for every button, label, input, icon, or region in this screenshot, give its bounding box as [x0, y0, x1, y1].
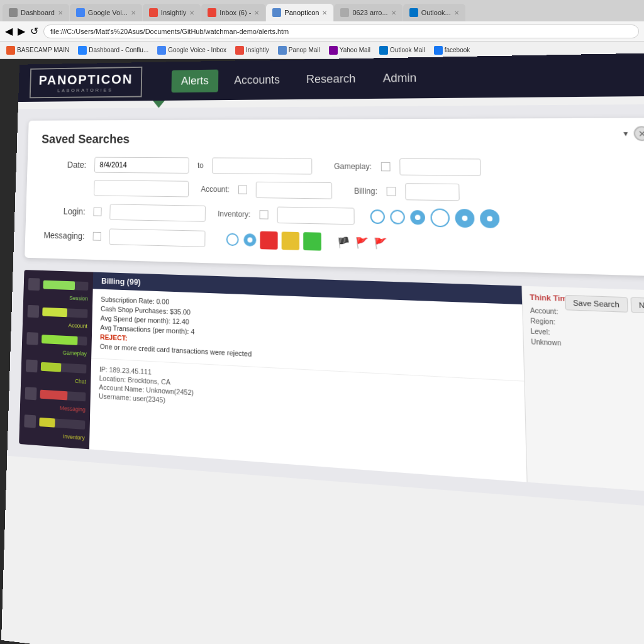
- account-input-blank[interactable]: [94, 180, 189, 197]
- bookmark-label-facebook: facebook: [445, 47, 470, 53]
- login-input[interactable]: [109, 204, 206, 221]
- badge-green[interactable]: [303, 232, 321, 251]
- tab-outlook[interactable]: Outlook... ✕: [403, 4, 465, 21]
- bookmark-yahoo[interactable]: Yahoo Mail: [326, 45, 373, 56]
- billing-input[interactable]: [405, 183, 460, 201]
- panel-arrow-icon[interactable]: ▾: [623, 129, 628, 138]
- tab-dashboard[interactable]: Dashboard ✕: [3, 4, 69, 21]
- badge-red[interactable]: [260, 231, 277, 250]
- radio-option-3[interactable]: [410, 210, 425, 225]
- tab-panopticon[interactable]: Panopticon ✕: [266, 4, 333, 21]
- radio-option-4[interactable]: [430, 208, 450, 227]
- panel-close-button[interactable]: ✕: [633, 126, 644, 141]
- logo-box: PANOPTICON LABORATORIES: [30, 66, 143, 97]
- radio-option-1[interactable]: [370, 209, 384, 224]
- tab-inbox[interactable]: Inbox (6) - ✕: [201, 4, 265, 21]
- bookmark-confluence[interactable]: Dashboard - Conflu...: [75, 45, 151, 56]
- bookmark-panop-mail[interactable]: Panop Mail: [275, 45, 323, 56]
- date-to-input[interactable]: [212, 157, 312, 174]
- badge-yellow[interactable]: [282, 231, 299, 250]
- flag-grey[interactable]: 🏴: [337, 236, 350, 248]
- tab-insightly[interactable]: Insightly ✕: [143, 4, 201, 21]
- tab-close-outlook[interactable]: ✕: [454, 9, 459, 16]
- bookmark-outlook[interactable]: Outlook Mail: [377, 45, 428, 56]
- messaging-checkbox[interactable]: [93, 232, 101, 241]
- bookmark-label-google-voice: Google Voice - Inbox: [168, 47, 226, 53]
- tab-close-insightly[interactable]: ✕: [189, 9, 194, 16]
- search-panel: ▾ ✕ Saved Searches Date: to Gameplay:: [25, 118, 644, 276]
- gameplay-checkbox[interactable]: [381, 162, 391, 172]
- save-search-button[interactable]: Save Search: [565, 295, 628, 313]
- radio-option-6[interactable]: [480, 209, 500, 228]
- bookmark-icon-panop-mail: [278, 46, 287, 55]
- app-container: PANOPTICON LABORATORIES Alerts Accounts …: [1, 53, 644, 644]
- tab-label-panopticon: Panopticon: [284, 9, 319, 16]
- address-input[interactable]: [43, 25, 639, 38]
- inventory-checkbox[interactable]: [259, 210, 268, 219]
- inventory-input[interactable]: [277, 207, 354, 225]
- logo-sub: LABORATORIES: [57, 87, 113, 93]
- flag-red[interactable]: 🚩: [374, 236, 387, 249]
- forward-button[interactable]: ▶: [18, 25, 25, 37]
- address-bar-row: ◀ ▶ ↺: [0, 21, 644, 42]
- tab-close-panopticon[interactable]: ✕: [322, 9, 327, 16]
- chat-bar: [41, 362, 62, 372]
- messaging-input[interactable]: [109, 228, 205, 247]
- radio-option-5[interactable]: [455, 209, 474, 228]
- right-info-panel: Think Time Account: Region: Level: Unkno…: [521, 286, 644, 494]
- bookmark-icon-insightly: [235, 46, 244, 55]
- info-row-3: Unknown: [531, 338, 644, 352]
- chat-bar-container: [41, 362, 87, 374]
- bookmark-facebook[interactable]: facebook: [431, 45, 473, 56]
- bookmark-basecamp[interactable]: BASECAMP MAIN: [4, 45, 72, 56]
- flag-green[interactable]: 🚩: [355, 236, 369, 249]
- nav-accounts[interactable]: Accounts: [225, 68, 290, 92]
- to-label: to: [197, 161, 204, 170]
- bookmark-label-confluence: Dashboard - Conflu...: [89, 47, 148, 53]
- panel-title: Saved Searches: [42, 131, 644, 147]
- reload-button[interactable]: ↺: [30, 25, 38, 37]
- sidebar-item-session[interactable]: [23, 275, 93, 296]
- tab-label-google-voice: Google Voi...: [88, 9, 128, 16]
- tab-label-outlook: Outlook...: [421, 9, 451, 16]
- nav-alerts[interactable]: Alerts: [172, 69, 219, 92]
- bookmark-insightly[interactable]: Insightly: [233, 45, 272, 56]
- tab-label-0623: 0623 arro...: [352, 9, 387, 16]
- sidebar-icon-messaging: [25, 387, 37, 400]
- name-button[interactable]: Name: [630, 297, 644, 314]
- login-checkbox[interactable]: [93, 208, 101, 216]
- tab-label-dashboard: Dashboard: [21, 9, 55, 16]
- nav-admin[interactable]: Admin: [372, 66, 427, 91]
- small-radio-group: [226, 233, 257, 247]
- session-bar-container: [43, 280, 88, 291]
- tab-icon-0623: [340, 8, 349, 17]
- tab-0623[interactable]: 0623 arro... ✕: [334, 4, 402, 21]
- tab-close-google-voice[interactable]: ✕: [131, 9, 136, 16]
- billing-label: Billing:: [354, 187, 377, 196]
- bookmark-icon-confluence: [78, 46, 87, 55]
- back-button[interactable]: ◀: [5, 25, 13, 37]
- login-label: Login:: [40, 206, 86, 216]
- tab-close-0623[interactable]: ✕: [391, 9, 396, 16]
- billing-checkbox[interactable]: [387, 187, 396, 196]
- tab-icon-google-voice: [76, 8, 85, 17]
- tab-bar: Dashboard ✕ Google Voi... ✕ Insightly ✕ …: [0, 0, 644, 21]
- sidebar-icon-session: [28, 278, 40, 291]
- small-radio-1[interactable]: [226, 233, 239, 247]
- tab-google-voice[interactable]: Google Voi... ✕: [70, 4, 142, 21]
- date-from-input[interactable]: [94, 157, 189, 174]
- gameplay-input[interactable]: [399, 158, 481, 176]
- account-input[interactable]: [255, 182, 332, 199]
- sidebar-icon-gameplay: [26, 332, 38, 345]
- small-radio-2[interactable]: [243, 233, 256, 247]
- tab-close-dashboard[interactable]: ✕: [58, 9, 63, 16]
- account-checkbox[interactable]: [238, 186, 247, 194]
- gameplay-bar: [42, 335, 78, 345]
- messaging-label: Messaging:: [39, 230, 85, 241]
- tab-close-inbox[interactable]: ✕: [254, 9, 259, 16]
- radio-option-2[interactable]: [390, 209, 405, 224]
- nav-arrow-icon: [153, 101, 165, 108]
- sidebar-icon-chat: [26, 359, 38, 372]
- bookmark-google-voice[interactable]: Google Voice - Inbox: [155, 45, 229, 56]
- nav-research[interactable]: Research: [296, 67, 366, 91]
